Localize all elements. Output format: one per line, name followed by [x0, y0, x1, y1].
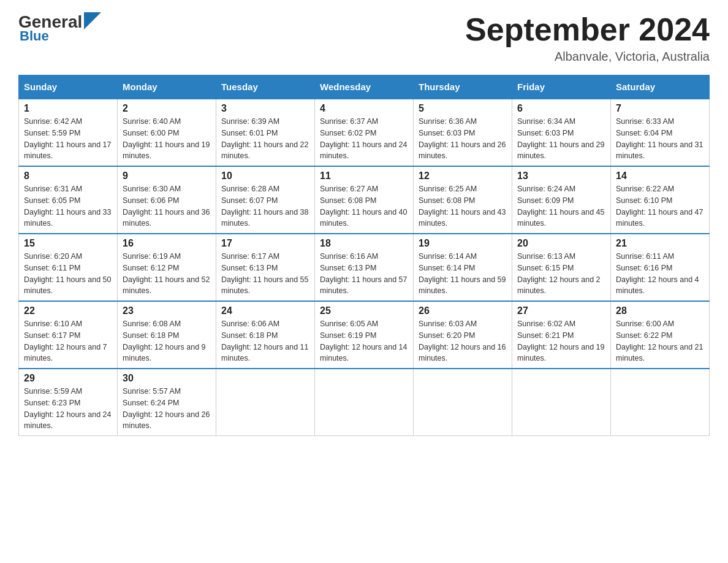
calendar-cell: 10 Sunrise: 6:28 AM Sunset: 6:07 PM Dayl…	[216, 166, 315, 234]
month-title: September 2024	[465, 12, 710, 47]
title-area: September 2024 Albanvale, Victoria, Aust…	[465, 12, 710, 64]
calendar-cell: 17 Sunrise: 6:17 AM Sunset: 6:13 PM Dayl…	[216, 234, 315, 301]
calendar-cell: 1 Sunrise: 6:42 AM Sunset: 5:59 PM Dayli…	[19, 99, 118, 166]
day-info: Sunrise: 6:11 AM Sunset: 6:16 PM Dayligh…	[616, 251, 704, 297]
calendar-cell: 7 Sunrise: 6:33 AM Sunset: 6:04 PM Dayli…	[611, 99, 710, 166]
day-number: 14	[616, 170, 704, 182]
calendar-cell: 25 Sunrise: 6:05 AM Sunset: 6:19 PM Dayl…	[315, 301, 414, 369]
day-info: Sunrise: 6:03 AM Sunset: 6:20 PM Dayligh…	[419, 318, 507, 364]
calendar-cell: 26 Sunrise: 6:03 AM Sunset: 6:20 PM Dayl…	[414, 301, 512, 369]
calendar-cell: 11 Sunrise: 6:27 AM Sunset: 6:08 PM Dayl…	[315, 166, 414, 234]
calendar-cell: 4 Sunrise: 6:37 AM Sunset: 6:02 PM Dayli…	[315, 99, 414, 166]
calendar-cell	[216, 369, 315, 436]
day-info: Sunrise: 5:59 AM Sunset: 6:23 PM Dayligh…	[24, 386, 112, 432]
day-number: 23	[123, 305, 211, 316]
day-info: Sunrise: 6:06 AM Sunset: 6:18 PM Dayligh…	[221, 318, 309, 364]
day-header-tuesday: Tuesday	[216, 75, 315, 99]
calendar-cell: 16 Sunrise: 6:19 AM Sunset: 6:12 PM Dayl…	[118, 234, 216, 301]
day-header-monday: Monday	[118, 75, 216, 99]
calendar-cell: 28 Sunrise: 6:00 AM Sunset: 6:22 PM Dayl…	[611, 301, 710, 369]
day-info: Sunrise: 6:20 AM Sunset: 6:11 PM Dayligh…	[24, 251, 112, 297]
day-number: 6	[517, 103, 605, 114]
day-number: 5	[419, 103, 507, 114]
day-info: Sunrise: 6:08 AM Sunset: 6:18 PM Dayligh…	[123, 318, 211, 364]
calendar-cell: 3 Sunrise: 6:39 AM Sunset: 6:01 PM Dayli…	[216, 99, 315, 166]
day-number: 21	[616, 238, 704, 249]
calendar-cell: 20 Sunrise: 6:13 AM Sunset: 6:15 PM Dayl…	[512, 234, 611, 301]
logo: General Blue	[18, 12, 101, 44]
day-info: Sunrise: 6:10 AM Sunset: 6:17 PM Dayligh…	[24, 318, 112, 364]
day-info: Sunrise: 6:37 AM Sunset: 6:02 PM Dayligh…	[320, 116, 408, 162]
logo-triangle-icon	[84, 12, 101, 29]
day-info: Sunrise: 6:39 AM Sunset: 6:01 PM Dayligh…	[221, 116, 309, 162]
day-number: 8	[24, 170, 112, 182]
logo-blue-text: Blue	[20, 28, 49, 44]
day-header-wednesday: Wednesday	[315, 75, 414, 99]
calendar-cell	[315, 369, 414, 436]
week-row-1: 1 Sunrise: 6:42 AM Sunset: 5:59 PM Dayli…	[19, 99, 710, 166]
calendar-cell: 6 Sunrise: 6:34 AM Sunset: 6:03 PM Dayli…	[512, 99, 611, 166]
location-subtitle: Albanvale, Victoria, Australia	[465, 50, 710, 64]
week-row-4: 22 Sunrise: 6:10 AM Sunset: 6:17 PM Dayl…	[19, 301, 710, 369]
day-number: 28	[616, 305, 704, 316]
calendar-cell: 22 Sunrise: 6:10 AM Sunset: 6:17 PM Dayl…	[19, 301, 118, 369]
day-number: 24	[221, 305, 309, 316]
week-row-5: 29 Sunrise: 5:59 AM Sunset: 6:23 PM Dayl…	[19, 369, 710, 436]
day-info: Sunrise: 6:02 AM Sunset: 6:21 PM Dayligh…	[517, 318, 605, 364]
day-number: 2	[123, 103, 211, 114]
day-number: 25	[320, 305, 408, 316]
day-header-thursday: Thursday	[414, 75, 512, 99]
day-info: Sunrise: 6:13 AM Sunset: 6:15 PM Dayligh…	[517, 251, 605, 297]
calendar-cell: 13 Sunrise: 6:24 AM Sunset: 6:09 PM Dayl…	[512, 166, 611, 234]
day-info: Sunrise: 6:24 AM Sunset: 6:09 PM Dayligh…	[517, 183, 605, 229]
day-number: 16	[123, 238, 211, 249]
day-info: Sunrise: 6:05 AM Sunset: 6:19 PM Dayligh…	[320, 318, 408, 364]
day-info: Sunrise: 5:57 AM Sunset: 6:24 PM Dayligh…	[123, 386, 211, 432]
calendar-cell: 29 Sunrise: 5:59 AM Sunset: 6:23 PM Dayl…	[19, 369, 118, 436]
day-info: Sunrise: 6:42 AM Sunset: 5:59 PM Dayligh…	[24, 116, 112, 162]
calendar-cell: 15 Sunrise: 6:20 AM Sunset: 6:11 PM Dayl…	[19, 234, 118, 301]
calendar-cell: 24 Sunrise: 6:06 AM Sunset: 6:18 PM Dayl…	[216, 301, 315, 369]
week-row-2: 8 Sunrise: 6:31 AM Sunset: 6:05 PM Dayli…	[19, 166, 710, 234]
day-number: 13	[517, 170, 605, 182]
day-info: Sunrise: 6:16 AM Sunset: 6:13 PM Dayligh…	[320, 251, 408, 297]
calendar-cell: 18 Sunrise: 6:16 AM Sunset: 6:13 PM Dayl…	[315, 234, 414, 301]
calendar-cell	[414, 369, 512, 436]
day-number: 4	[320, 103, 408, 114]
day-number: 20	[517, 238, 605, 249]
calendar-table: SundayMondayTuesdayWednesdayThursdayFrid…	[18, 75, 710, 436]
day-info: Sunrise: 6:22 AM Sunset: 6:10 PM Dayligh…	[616, 183, 704, 229]
calendar-cell: 8 Sunrise: 6:31 AM Sunset: 6:05 PM Dayli…	[19, 166, 118, 234]
calendar-cell	[611, 369, 710, 436]
day-number: 1	[24, 103, 112, 114]
calendar-cell: 9 Sunrise: 6:30 AM Sunset: 6:06 PM Dayli…	[118, 166, 216, 234]
calendar-cell	[512, 369, 611, 436]
day-info: Sunrise: 6:40 AM Sunset: 6:00 PM Dayligh…	[123, 116, 211, 162]
day-number: 18	[320, 238, 408, 249]
day-info: Sunrise: 6:28 AM Sunset: 6:07 PM Dayligh…	[221, 183, 309, 229]
calendar-cell: 21 Sunrise: 6:11 AM Sunset: 6:16 PM Dayl…	[611, 234, 710, 301]
calendar-cell: 12 Sunrise: 6:25 AM Sunset: 6:08 PM Dayl…	[414, 166, 512, 234]
calendar-cell: 27 Sunrise: 6:02 AM Sunset: 6:21 PM Dayl…	[512, 301, 611, 369]
day-number: 10	[221, 170, 309, 182]
day-number: 27	[517, 305, 605, 316]
day-header-friday: Friday	[512, 75, 611, 99]
day-number: 29	[24, 373, 112, 384]
day-number: 3	[221, 103, 309, 114]
day-number: 19	[419, 238, 507, 249]
day-number: 15	[24, 238, 112, 249]
day-info: Sunrise: 6:19 AM Sunset: 6:12 PM Dayligh…	[123, 251, 211, 297]
page-header: General Blue September 2024 Albanvale, V…	[18, 12, 710, 64]
day-header-row: SundayMondayTuesdayWednesdayThursdayFrid…	[19, 75, 710, 99]
day-info: Sunrise: 6:25 AM Sunset: 6:08 PM Dayligh…	[419, 183, 507, 229]
calendar-cell: 23 Sunrise: 6:08 AM Sunset: 6:18 PM Dayl…	[118, 301, 216, 369]
day-info: Sunrise: 6:17 AM Sunset: 6:13 PM Dayligh…	[221, 251, 309, 297]
week-row-3: 15 Sunrise: 6:20 AM Sunset: 6:11 PM Dayl…	[19, 234, 710, 301]
calendar-cell: 14 Sunrise: 6:22 AM Sunset: 6:10 PM Dayl…	[611, 166, 710, 234]
day-info: Sunrise: 6:36 AM Sunset: 6:03 PM Dayligh…	[419, 116, 507, 162]
day-info: Sunrise: 6:31 AM Sunset: 6:05 PM Dayligh…	[24, 183, 112, 229]
day-header-saturday: Saturday	[611, 75, 710, 99]
day-info: Sunrise: 6:27 AM Sunset: 6:08 PM Dayligh…	[320, 183, 408, 229]
day-number: 30	[123, 373, 211, 384]
day-number: 17	[221, 238, 309, 249]
